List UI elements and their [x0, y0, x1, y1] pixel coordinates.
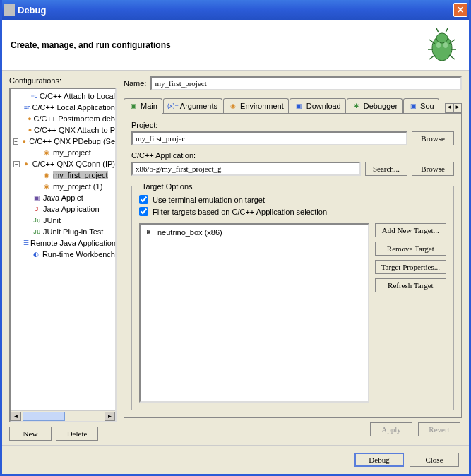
svg-point-11 [443, 42, 448, 48]
tree-item-label: Remote Java Application [30, 239, 116, 247]
tree-item-label: Run-time Workbench [42, 250, 115, 258]
titlebar[interactable]: Debug ✕ [2, 0, 469, 20]
remove-target-button[interactable]: Remove Target [375, 242, 446, 256]
download-tab-icon: ▣ [294, 101, 304, 111]
tree-item-label: C/C++ Postmortem deb [33, 114, 115, 123]
application-field[interactable] [131, 162, 361, 176]
svg-point-1 [436, 33, 448, 43]
window-title: Debug [18, 5, 453, 16]
application-browse-button[interactable]: Browse [412, 162, 454, 176]
new-button[interactable]: New [9, 427, 52, 441]
application-search-button[interactable]: Search... [365, 162, 407, 176]
target-options-group: Target Options Use terminal emulation on… [131, 186, 454, 410]
header-subtitle: Create, manage, and run configurations [11, 40, 171, 50]
tree-item[interactable]: ◉my_project (1) [11, 181, 115, 192]
svg-line-9 [446, 28, 448, 32]
config-type-icon: Jᴜ [32, 215, 42, 225]
tree-item[interactable]: JJava Application [11, 203, 115, 215]
tab-environment[interactable]: ◉Environment [223, 98, 289, 113]
application-label: C/C++ Application: [131, 151, 454, 160]
config-type-icon: ≡c [24, 102, 31, 112]
configurations-tree[interactable]: ≡cC/C++ Attach to Local≡cC/C++ Local App… [9, 88, 117, 422]
target-list[interactable]: 🖥 neutrino_box (x86) [139, 223, 369, 403]
tab-main[interactable]: ▣Main [124, 98, 162, 114]
tree-item-label: C/C++ QNX Attach to P [34, 126, 115, 134]
bug-icon [422, 25, 462, 65]
config-type-icon: J [32, 204, 42, 214]
tree-item[interactable]: ▣Java Applet [11, 192, 115, 203]
config-type-icon: ◐ [31, 249, 40, 259]
tree-item[interactable]: ☰Remote Java Application [11, 237, 115, 249]
apply-button[interactable]: Apply [370, 422, 412, 436]
tree-item[interactable]: ◉my_project [11, 147, 115, 158]
tree-item[interactable]: ◐Run-time Workbench [11, 249, 115, 260]
environment-tab-icon: ◉ [228, 101, 238, 111]
tab-arguments[interactable]: (x)=Arguments [163, 98, 222, 113]
tab-bar: ▣Main(x)=Arguments◉Environment▣Download✱… [124, 97, 462, 114]
config-type-icon: ● [28, 114, 32, 124]
debug-button[interactable]: Debug [354, 453, 404, 467]
project-label: Project: [131, 121, 454, 129]
config-type-icon: ◉ [42, 170, 52, 180]
tab-label: Download [306, 102, 341, 110]
tab-label: Sou [420, 102, 434, 110]
main-tab-icon: ▣ [129, 101, 138, 111]
tree-item[interactable]: −●C/C++ QNX QConn (IP) [11, 158, 115, 169]
tree-item[interactable]: JᴜJUnit [11, 215, 115, 226]
target-item-label: neutrino_box (x86) [157, 228, 222, 237]
tree-item-label: C/C++ QNX PDebug (Se [29, 137, 115, 145]
scroll-thumb[interactable] [23, 412, 65, 421]
name-label: Name: [124, 79, 146, 88]
filter-targets-label: Filter targets based on C/C++ Applicatio… [153, 208, 327, 216]
tree-item-label: my_project [53, 148, 91, 157]
svg-line-7 [449, 55, 455, 59]
svg-line-8 [436, 28, 439, 32]
tree-item[interactable]: −●C/C++ QNX PDebug (Se [11, 136, 115, 147]
close-button[interactable]: Close [410, 453, 459, 467]
scroll-right-icon[interactable]: ► [105, 412, 115, 421]
tab-debugger[interactable]: ✱Debugger [347, 98, 403, 113]
config-type-icon: ◉ [42, 182, 52, 191]
add-target-button[interactable]: Add New Target... [375, 223, 446, 237]
configurations-label: Configurations: [9, 76, 117, 85]
svg-line-6 [429, 55, 435, 59]
tree-toggle-icon[interactable]: − [13, 138, 18, 145]
tab-scroll-right-icon[interactable]: ► [453, 103, 462, 113]
project-browse-button[interactable]: Browse [412, 131, 454, 145]
use-terminal-checkbox[interactable] [139, 195, 148, 204]
tree-item-label: Java Application [43, 205, 100, 213]
dialog-header: Create, manage, and run configurations [2, 20, 469, 71]
filter-targets-checkbox[interactable] [139, 207, 148, 216]
scroll-left-icon[interactable]: ◄ [11, 412, 21, 421]
source-tab-icon: ▣ [408, 101, 418, 111]
revert-button[interactable]: Revert [418, 422, 460, 436]
name-field[interactable] [150, 76, 462, 90]
tab-scroll-left-icon[interactable]: ◄ [445, 103, 453, 113]
tree-item[interactable]: JᴜJUnit Plug-in Test [11, 226, 115, 237]
tree-item-label: C/C++ Attach to Local [40, 92, 115, 100]
close-icon[interactable]: ✕ [453, 3, 467, 17]
refresh-target-button[interactable]: Refresh Target [375, 278, 446, 292]
tab-download[interactable]: ▣Download [290, 98, 346, 113]
tab-source[interactable]: ▣Sou [403, 98, 439, 113]
target-item[interactable]: 🖥 neutrino_box (x86) [143, 227, 365, 237]
tab-label: Main [141, 102, 157, 110]
tree-item[interactable]: ≡cC/C++ Attach to Local [11, 90, 115, 102]
project-field[interactable] [131, 131, 407, 145]
h-scrollbar[interactable]: ◄ ► [11, 410, 115, 421]
tab-label: Arguments [180, 102, 217, 110]
target-properties-button[interactable]: Target Properties... [375, 260, 446, 274]
tree-item-label: C/C++ Local Application [32, 103, 115, 112]
config-type-icon: Jᴜ [32, 227, 42, 237]
tab-label: Environment [240, 102, 284, 110]
tab-label: Debugger [364, 102, 398, 110]
tree-item[interactable]: ●C/C++ QNX Attach to P [11, 124, 115, 136]
tree-item[interactable]: ≡cC/C++ Local Application [11, 102, 115, 113]
tree-item-label: Java Applet [43, 194, 83, 202]
tree-item[interactable]: ◉my_first_project [11, 169, 115, 181]
delete-button[interactable]: Delete [56, 427, 98, 441]
tree-item[interactable]: ●C/C++ Postmortem deb [11, 113, 115, 124]
tree-toggle-icon[interactable]: − [13, 161, 20, 167]
config-type-icon: ◉ [42, 148, 52, 157]
config-type-icon: ● [28, 125, 32, 135]
